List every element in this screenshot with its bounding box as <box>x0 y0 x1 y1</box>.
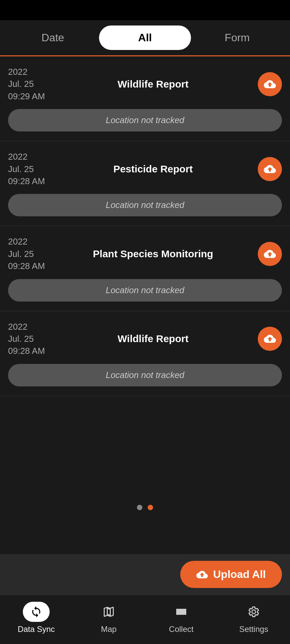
empty-space <box>0 396 290 497</box>
upload-all-bar: Upload All <box>0 554 290 595</box>
upload-button-4[interactable] <box>258 327 282 351</box>
page-dot-1 <box>137 505 142 510</box>
upload-all-label: Upload All <box>213 568 266 581</box>
tab-form[interactable]: Form <box>191 25 283 50</box>
nav-label-data-sync: Data Sync <box>18 625 55 634</box>
list-icon <box>168 602 195 622</box>
sync-icon <box>23 602 50 622</box>
record-title-4: Wildlife Report <box>48 333 258 344</box>
location-badge-1: Location not tracked <box>8 109 282 131</box>
table-row[interactable]: 2022 Jul. 25 09:28 AM Wildlife Report Lo… <box>0 311 290 396</box>
table-row[interactable]: 2022 Jul. 25 09:29 AM Wildlife Report Lo… <box>0 56 290 141</box>
nav-item-data-sync[interactable]: Data Sync <box>16 602 56 634</box>
table-row[interactable]: 2022 Jul. 25 09:28 AM Pesticide Report L… <box>0 141 290 226</box>
record-date-4: 2022 Jul. 25 09:28 AM <box>8 321 48 357</box>
page-indicators <box>0 497 290 518</box>
upload-button-1[interactable] <box>258 72 282 96</box>
location-badge-4: Location not tracked <box>8 364 282 386</box>
tab-all[interactable]: All <box>99 25 191 50</box>
location-badge-2: Location not tracked <box>8 194 282 216</box>
records-list: 2022 Jul. 25 09:29 AM Wildlife Report Lo… <box>0 56 290 554</box>
tab-date[interactable]: Date <box>7 25 99 50</box>
upload-all-button[interactable]: Upload All <box>180 561 282 588</box>
filter-tabs: Date All Form <box>0 20 290 55</box>
upload-button-2[interactable] <box>258 157 282 181</box>
page-dot-2 <box>148 505 153 510</box>
table-row[interactable]: 2022 Jul. 25 09:28 AM Plant Species Moni… <box>0 226 290 311</box>
nav-item-settings[interactable]: Settings <box>234 602 274 634</box>
status-bar <box>0 0 290 20</box>
bottom-navigation: Data Sync Map Collect Settings <box>0 595 290 644</box>
upload-button-3[interactable] <box>258 242 282 266</box>
nav-item-collect[interactable]: Collect <box>161 602 201 634</box>
nav-item-map[interactable]: Map <box>89 602 129 634</box>
record-date-2: 2022 Jul. 25 09:28 AM <box>8 151 48 187</box>
map-icon <box>95 602 122 622</box>
record-title-3: Plant Species Monitoring <box>48 248 258 260</box>
record-title-1: Wildlife Report <box>48 78 258 90</box>
record-date-1: 2022 Jul. 25 09:29 AM <box>8 66 48 102</box>
location-badge-3: Location not tracked <box>8 279 282 302</box>
nav-label-settings: Settings <box>239 625 269 634</box>
nav-label-collect: Collect <box>169 625 193 634</box>
nav-label-map: Map <box>101 625 117 634</box>
record-title-2: Pesticide Report <box>48 163 258 175</box>
record-date-3: 2022 Jul. 25 09:28 AM <box>8 235 48 272</box>
gear-icon <box>240 602 267 622</box>
